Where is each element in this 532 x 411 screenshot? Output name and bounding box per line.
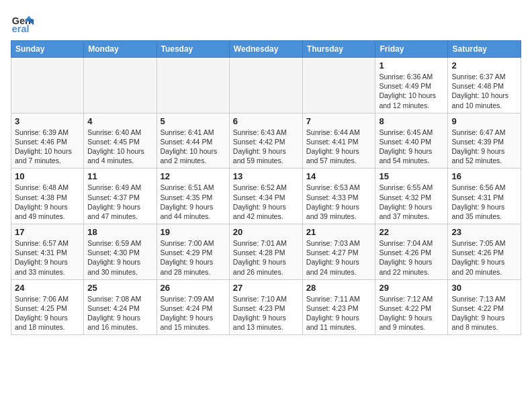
- day-number: 21: [306, 227, 372, 237]
- day-info: Sunrise: 6:37 AMSunset: 4:48 PMDaylight:…: [451, 72, 517, 110]
- day-info: Sunrise: 6:51 AMSunset: 4:35 PMDaylight:…: [161, 183, 226, 221]
- day-number: 24: [15, 283, 80, 293]
- calendar-day-cell: [11, 58, 84, 113]
- day-info: Sunrise: 6:49 AMSunset: 4:37 PMDaylight:…: [87, 183, 152, 221]
- day-number: 22: [379, 227, 444, 237]
- day-info: Sunrise: 7:04 AMSunset: 4:26 PMDaylight:…: [379, 238, 444, 277]
- calendar-day-cell: 26Sunrise: 7:09 AMSunset: 4:24 PMDayligh…: [157, 279, 229, 335]
- day-info: Sunrise: 6:41 AMSunset: 4:44 PMDaylight:…: [161, 128, 226, 166]
- day-number: 29: [379, 283, 444, 293]
- calendar-day-cell: 1Sunrise: 6:36 AMSunset: 4:49 PMDaylight…: [375, 58, 448, 113]
- day-number: 3: [15, 116, 80, 126]
- calendar-day-cell: [302, 58, 375, 113]
- day-info: Sunrise: 7:08 AMSunset: 4:24 PMDaylight:…: [87, 294, 152, 332]
- day-info: Sunrise: 6:44 AMSunset: 4:41 PMDaylight:…: [306, 128, 372, 166]
- day-info: Sunrise: 6:56 AMSunset: 4:31 PMDaylight:…: [451, 183, 517, 221]
- logo-icon: Gen eral: [11, 11, 35, 35]
- calendar-day-cell: 18Sunrise: 6:59 AMSunset: 4:30 PMDayligh…: [84, 224, 157, 280]
- calendar-day-cell: 13Sunrise: 6:52 AMSunset: 4:34 PMDayligh…: [229, 169, 302, 224]
- svg-text:eral: eral: [12, 24, 30, 34]
- calendar-day-cell: 29Sunrise: 7:12 AMSunset: 4:22 PMDayligh…: [375, 279, 448, 335]
- calendar-day-cell: 22Sunrise: 7:04 AMSunset: 4:26 PMDayligh…: [375, 224, 448, 280]
- calendar-day-cell: 24Sunrise: 7:06 AMSunset: 4:25 PMDayligh…: [11, 279, 84, 335]
- calendar-day-cell: 30Sunrise: 7:13 AMSunset: 4:22 PMDayligh…: [448, 279, 521, 335]
- day-number: 15: [379, 171, 444, 181]
- day-info: Sunrise: 6:57 AMSunset: 4:31 PMDaylight:…: [15, 238, 80, 277]
- calendar-week-row: 3Sunrise: 6:39 AMSunset: 4:46 PMDaylight…: [11, 113, 521, 169]
- day-number: 25: [87, 283, 152, 293]
- day-number: 17: [15, 227, 80, 237]
- day-number: 2: [451, 60, 517, 71]
- day-info: Sunrise: 7:10 AMSunset: 4:23 PMDaylight:…: [233, 294, 299, 332]
- day-number: 9: [451, 116, 517, 126]
- day-info: Sunrise: 7:13 AMSunset: 4:22 PMDaylight:…: [451, 294, 517, 332]
- day-number: 6: [233, 116, 299, 126]
- weekday-header-friday: Friday: [375, 41, 448, 58]
- day-info: Sunrise: 7:12 AMSunset: 4:22 PMDaylight:…: [379, 294, 444, 332]
- day-info: Sunrise: 6:53 AMSunset: 4:33 PMDaylight:…: [306, 183, 372, 221]
- calendar-day-cell: 27Sunrise: 7:10 AMSunset: 4:23 PMDayligh…: [229, 279, 302, 335]
- day-info: Sunrise: 7:01 AMSunset: 4:28 PMDaylight:…: [233, 238, 299, 277]
- calendar-day-cell: 14Sunrise: 6:53 AMSunset: 4:33 PMDayligh…: [302, 169, 375, 224]
- calendar-day-cell: 4Sunrise: 6:40 AMSunset: 4:45 PMDaylight…: [84, 113, 157, 169]
- weekday-header-tuesday: Tuesday: [157, 41, 229, 58]
- day-number: 10: [15, 171, 80, 181]
- calendar-week-row: 1Sunrise: 6:36 AMSunset: 4:49 PMDaylight…: [11, 58, 521, 113]
- day-number: 13: [233, 171, 299, 181]
- day-number: 26: [161, 283, 226, 293]
- day-info: Sunrise: 6:43 AMSunset: 4:42 PMDaylight:…: [233, 128, 299, 166]
- day-info: Sunrise: 6:52 AMSunset: 4:34 PMDaylight:…: [233, 183, 299, 221]
- calendar-day-cell: 16Sunrise: 6:56 AMSunset: 4:31 PMDayligh…: [448, 169, 521, 224]
- weekday-header-wednesday: Wednesday: [229, 41, 302, 58]
- day-info: Sunrise: 6:39 AMSunset: 4:46 PMDaylight:…: [15, 128, 80, 166]
- day-number: 8: [379, 116, 444, 126]
- day-number: 5: [161, 116, 226, 126]
- calendar-day-cell: [229, 58, 302, 113]
- day-number: 19: [161, 227, 226, 237]
- calendar-day-cell: 5Sunrise: 6:41 AMSunset: 4:44 PMDaylight…: [157, 113, 229, 169]
- calendar-day-cell: 25Sunrise: 7:08 AMSunset: 4:24 PMDayligh…: [84, 279, 157, 335]
- calendar-week-row: 24Sunrise: 7:06 AMSunset: 4:25 PMDayligh…: [11, 279, 521, 335]
- page-header: Gen eral: [11, 11, 521, 35]
- calendar-week-row: 17Sunrise: 6:57 AMSunset: 4:31 PMDayligh…: [11, 224, 521, 280]
- weekday-header-saturday: Saturday: [448, 41, 521, 58]
- weekday-header-row: SundayMondayTuesdayWednesdayThursdayFrid…: [11, 41, 521, 58]
- day-number: 18: [87, 227, 152, 237]
- day-number: 4: [87, 116, 152, 126]
- calendar-day-cell: 7Sunrise: 6:44 AMSunset: 4:41 PMDaylight…: [302, 113, 375, 169]
- day-number: 12: [161, 171, 226, 181]
- day-number: 23: [451, 227, 517, 237]
- calendar-day-cell: 11Sunrise: 6:49 AMSunset: 4:37 PMDayligh…: [84, 169, 157, 224]
- weekday-header-monday: Monday: [84, 41, 157, 58]
- day-info: Sunrise: 6:59 AMSunset: 4:30 PMDaylight:…: [87, 238, 152, 277]
- day-number: 30: [451, 283, 517, 293]
- day-info: Sunrise: 7:06 AMSunset: 4:25 PMDaylight:…: [15, 294, 80, 332]
- day-info: Sunrise: 7:05 AMSunset: 4:26 PMDaylight:…: [451, 238, 517, 277]
- calendar-table: SundayMondayTuesdayWednesdayThursdayFrid…: [11, 40, 521, 335]
- calendar-day-cell: 19Sunrise: 7:00 AMSunset: 4:29 PMDayligh…: [157, 224, 229, 280]
- calendar-day-cell: [84, 58, 157, 113]
- calendar-day-cell: 23Sunrise: 7:05 AMSunset: 4:26 PMDayligh…: [448, 224, 521, 280]
- day-info: Sunrise: 6:45 AMSunset: 4:40 PMDaylight:…: [379, 128, 444, 166]
- weekday-header-thursday: Thursday: [302, 41, 375, 58]
- weekday-header-sunday: Sunday: [11, 41, 84, 58]
- calendar-day-cell: 21Sunrise: 7:03 AMSunset: 4:27 PMDayligh…: [302, 224, 375, 280]
- day-number: 28: [306, 283, 372, 293]
- day-info: Sunrise: 7:09 AMSunset: 4:24 PMDaylight:…: [161, 294, 226, 332]
- day-info: Sunrise: 6:48 AMSunset: 4:38 PMDaylight:…: [15, 183, 80, 221]
- calendar-day-cell: 10Sunrise: 6:48 AMSunset: 4:38 PMDayligh…: [11, 169, 84, 224]
- day-info: Sunrise: 6:36 AMSunset: 4:49 PMDaylight:…: [379, 72, 444, 110]
- day-info: Sunrise: 6:55 AMSunset: 4:32 PMDaylight:…: [379, 183, 444, 221]
- day-number: 7: [306, 116, 372, 126]
- calendar-day-cell: 12Sunrise: 6:51 AMSunset: 4:35 PMDayligh…: [157, 169, 229, 224]
- calendar-day-cell: 9Sunrise: 6:47 AMSunset: 4:39 PMDaylight…: [448, 113, 521, 169]
- day-number: 1: [379, 60, 444, 71]
- calendar-day-cell: 8Sunrise: 6:45 AMSunset: 4:40 PMDaylight…: [375, 113, 448, 169]
- logo: Gen eral: [11, 11, 38, 35]
- calendar-day-cell: 2Sunrise: 6:37 AMSunset: 4:48 PMDaylight…: [448, 58, 521, 113]
- day-number: 16: [451, 171, 517, 181]
- day-number: 20: [233, 227, 299, 237]
- day-number: 14: [306, 171, 372, 181]
- calendar-day-cell: 15Sunrise: 6:55 AMSunset: 4:32 PMDayligh…: [375, 169, 448, 224]
- calendar-day-cell: [157, 58, 229, 113]
